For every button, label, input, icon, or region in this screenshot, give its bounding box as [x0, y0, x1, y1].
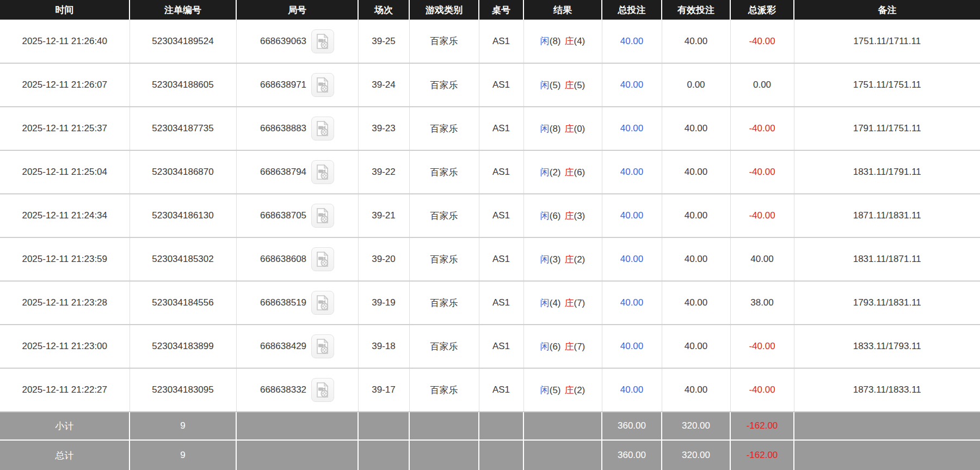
- cell-table-no: AS1: [479, 237, 523, 281]
- cell-session: 39-25: [358, 20, 409, 63]
- video-replay-icon[interactable]: [311, 204, 334, 228]
- cell-total-bet[interactable]: 40.00: [602, 20, 662, 63]
- result-player-label: 闲: [540, 298, 550, 308]
- round-number: 668638608: [260, 254, 306, 265]
- result-banker-count: (7): [574, 298, 585, 308]
- result-player-label: 闲: [540, 341, 550, 352]
- cell-game-type: 百家乐: [409, 281, 479, 325]
- col-header-round-id: 局号: [236, 0, 358, 20]
- cell-session: 39-17: [358, 368, 409, 412]
- result-player-count: (3): [550, 254, 561, 265]
- result-player-count: (4): [550, 298, 561, 308]
- cell-bet-id: 523034183095: [130, 368, 236, 412]
- cell-bet-id: 523034189524: [130, 20, 236, 63]
- cell-round-id: 668638332: [236, 368, 358, 412]
- cell-game-type: 百家乐: [409, 237, 479, 281]
- cell-bet-id: 523034186870: [130, 150, 236, 194]
- total-empty-cell: [794, 440, 980, 470]
- cell-round-id: 668638608: [236, 237, 358, 281]
- cell-game-type: 百家乐: [409, 194, 479, 237]
- cell-bet-id: 523034187735: [130, 107, 236, 150]
- video-replay-icon[interactable]: [311, 291, 334, 315]
- result-banker-count: (6): [574, 167, 585, 178]
- cell-game-type: 百家乐: [409, 325, 479, 368]
- cell-time: 2025-12-11 21:23:00: [0, 325, 130, 368]
- cell-total-bet[interactable]: 40.00: [602, 325, 662, 368]
- result-banker-label: 庄: [565, 80, 574, 90]
- total-total-bet: 360.00: [602, 440, 662, 470]
- round-number: 668638705: [260, 210, 306, 221]
- result-player-count: (5): [550, 80, 561, 90]
- subtotal-count: 9: [130, 412, 236, 440]
- result-player-count: (8): [550, 36, 561, 46]
- table-row: 2025-12-11 21:25:04 523034186870 6686387…: [0, 150, 980, 194]
- video-replay-icon[interactable]: [311, 247, 334, 271]
- cell-round-id: 668638883: [236, 107, 358, 150]
- subtotal-empty-cell: [523, 412, 602, 440]
- table-row: 2025-12-11 21:23:59 523034185302 6686386…: [0, 237, 980, 281]
- cell-total-bet[interactable]: 40.00: [602, 63, 662, 107]
- cell-payout: -40.00: [730, 20, 794, 63]
- round-number: 668638794: [260, 167, 306, 178]
- cell-game-type: 百家乐: [409, 63, 479, 107]
- subtotal-empty-cell: [358, 412, 409, 440]
- video-replay-icon[interactable]: [311, 160, 334, 184]
- cell-round-id: 668638519: [236, 281, 358, 325]
- cell-payout: -40.00: [730, 107, 794, 150]
- video-replay-icon[interactable]: [311, 117, 334, 141]
- cell-table-no: AS1: [479, 63, 523, 107]
- table-row: 2025-12-11 21:24:34 523034186130 6686387…: [0, 194, 980, 237]
- table-header-row: 时间 注单编号 局号 场次 游戏类别 桌号 结果 总投注 有效投注 总派彩 备注: [0, 0, 980, 20]
- video-replay-icon[interactable]: [311, 378, 334, 402]
- cell-result: 闲(8)庄(0): [523, 107, 602, 150]
- cell-total-bet[interactable]: 40.00: [602, 368, 662, 412]
- result-player-label: 闲: [540, 211, 550, 221]
- cell-table-no: AS1: [479, 325, 523, 368]
- table-row: 2025-12-11 21:25:37 523034187735 6686388…: [0, 107, 980, 150]
- result-player-count: (5): [550, 385, 561, 395]
- subtotal-empty-cell: [409, 412, 479, 440]
- cell-session: 39-23: [358, 107, 409, 150]
- col-header-result: 结果: [523, 0, 602, 20]
- video-replay-icon[interactable]: [311, 29, 334, 53]
- result-player-count: (8): [550, 124, 561, 134]
- cell-bet-id: 523034183899: [130, 325, 236, 368]
- cell-time: 2025-12-11 21:25:37: [0, 107, 130, 150]
- result-banker-count: (2): [574, 254, 585, 265]
- cell-payout: -40.00: [730, 150, 794, 194]
- result-player-count: (6): [550, 341, 561, 352]
- cell-session: 39-24: [358, 63, 409, 107]
- cell-bet-id: 523034186130: [130, 194, 236, 237]
- total-empty-cell: [479, 440, 523, 470]
- cell-valid-bet: 40.00: [662, 107, 730, 150]
- cell-session: 39-18: [358, 325, 409, 368]
- cell-total-bet[interactable]: 40.00: [602, 281, 662, 325]
- cell-time: 2025-12-11 21:22:27: [0, 368, 130, 412]
- table-row: 2025-12-11 21:22:27 523034183095 6686383…: [0, 368, 980, 412]
- cell-result: 闲(2)庄(6): [523, 150, 602, 194]
- cell-remark: 1831.11/1871.11: [794, 237, 980, 281]
- cell-total-bet[interactable]: 40.00: [602, 194, 662, 237]
- result-banker-label: 庄: [565, 211, 574, 221]
- cell-time: 2025-12-11 21:26:07: [0, 63, 130, 107]
- subtotal-empty-cell: [236, 412, 358, 440]
- bet-records-table: 时间 注单编号 局号 场次 游戏类别 桌号 结果 总投注 有效投注 总派彩 备注…: [0, 0, 980, 470]
- cell-result: 闲(8)庄(4): [523, 20, 602, 63]
- cell-remark: 1833.11/1793.11: [794, 325, 980, 368]
- round-number: 668639063: [260, 36, 306, 47]
- result-banker-count: (2): [574, 385, 585, 395]
- round-number: 668638519: [260, 297, 306, 308]
- cell-round-id: 668639063: [236, 20, 358, 63]
- cell-time: 2025-12-11 21:25:04: [0, 150, 130, 194]
- cell-game-type: 百家乐: [409, 368, 479, 412]
- video-replay-icon[interactable]: [311, 334, 334, 358]
- cell-session: 39-22: [358, 150, 409, 194]
- video-replay-icon[interactable]: [311, 73, 334, 97]
- cell-time: 2025-12-11 21:23:59: [0, 237, 130, 281]
- cell-valid-bet: 40.00: [662, 194, 730, 237]
- cell-total-bet[interactable]: 40.00: [602, 107, 662, 150]
- cell-bet-id: 523034188605: [130, 63, 236, 107]
- col-header-table-no: 桌号: [479, 0, 523, 20]
- cell-total-bet[interactable]: 40.00: [602, 237, 662, 281]
- cell-total-bet[interactable]: 40.00: [602, 150, 662, 194]
